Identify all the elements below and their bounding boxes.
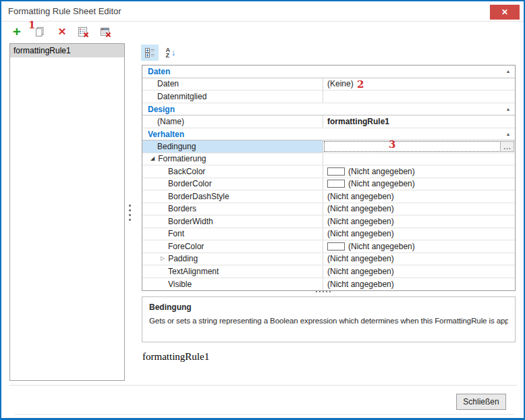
categorized-view-button[interactable] xyxy=(141,45,159,61)
title-bar[interactable]: Formatting Rule Sheet Editor ✕ xyxy=(1,1,524,22)
annotation-3: 3 xyxy=(389,138,395,151)
delete-list-icon xyxy=(78,26,89,38)
plus-icon: + xyxy=(13,25,21,38)
category-label: Verhalten xyxy=(142,128,184,140)
vertical-splitter-handle[interactable] xyxy=(129,205,131,221)
property-value[interactable] xyxy=(323,90,515,103)
description-panel: Bedingung Gets or sets a string represen… xyxy=(142,296,516,342)
property-row-font[interactable]: Font (Nicht angegeben) xyxy=(142,228,515,241)
collapse-icon[interactable]: ▴ xyxy=(507,65,509,78)
category-label: Design xyxy=(142,103,175,115)
property-label: ForeColor xyxy=(168,240,204,253)
property-value[interactable]: (Nicht angegeben) xyxy=(323,240,515,253)
expanded-icon[interactable]: ◢ xyxy=(150,153,155,165)
property-label: Borders xyxy=(168,203,196,215)
formatting-rule-sheet-editor-dialog: Formatting Rule Sheet Editor ✕ + ✕ xyxy=(0,0,525,420)
property-label: Daten xyxy=(157,78,179,90)
description-title: Bedingung xyxy=(149,303,508,312)
delete-table-icon xyxy=(100,26,111,38)
property-value[interactable]: formattingRule1 xyxy=(323,115,515,128)
color-swatch xyxy=(327,167,345,176)
property-label: TextAlignment xyxy=(168,265,219,278)
property-row-borderdashstyle[interactable]: BorderDashStyle (Nicht angegeben) xyxy=(142,190,515,203)
ellipsis-button[interactable]: … xyxy=(500,141,514,152)
property-value[interactable]: (Nicht angegeben) xyxy=(323,190,515,203)
property-row-bordercolor[interactable]: BorderColor (Nicht angegeben) xyxy=(142,178,515,191)
footer-separator xyxy=(9,385,517,386)
property-grid: Daten ▴ Daten (Keine) Datenmitglied Desi… xyxy=(142,65,516,291)
description-text: Gets or sets a string representing a Boo… xyxy=(149,317,508,325)
category-row-daten[interactable]: Daten ▴ xyxy=(142,65,515,78)
close-icon: ✕ xyxy=(501,7,508,17)
rule-preview-text: formattingRule1 xyxy=(142,351,209,363)
property-label: BorderDashStyle xyxy=(168,190,229,203)
annotation-1: 1 xyxy=(28,19,35,31)
delete-x-icon: ✕ xyxy=(58,26,67,38)
delete-rule-button[interactable]: ✕ xyxy=(55,24,70,39)
collapse-icon[interactable]: ▴ xyxy=(507,103,509,115)
property-label: Font xyxy=(168,228,184,240)
close-button[interactable]: ✕ xyxy=(490,5,520,20)
horizontal-splitter-handle[interactable] xyxy=(316,291,331,292)
property-label: Visible xyxy=(168,278,192,290)
property-label: BorderWidth xyxy=(168,215,213,228)
property-label: BackColor xyxy=(168,165,205,178)
property-row-forecolor[interactable]: ForeColor (Nicht angegeben) xyxy=(142,240,515,253)
az-icon: A Z xyxy=(166,47,171,58)
bedingung-editor[interactable] xyxy=(324,141,514,152)
property-value[interactable] xyxy=(323,153,515,165)
property-value[interactable]: (Nicht angegeben) xyxy=(323,228,515,240)
window-title: Formatting Rule Sheet Editor xyxy=(8,6,121,16)
alphabetical-view-button[interactable]: A Z ↓ xyxy=(162,45,179,61)
category-label: Daten xyxy=(142,65,170,78)
property-row-textalignment[interactable]: TextAlignment (Nicht angegeben) xyxy=(142,265,515,278)
categorized-icon xyxy=(144,47,155,58)
rule-list-item-selected[interactable]: formattingRule1 xyxy=(10,44,124,57)
inner-bottom-border xyxy=(15,414,514,415)
property-label: Datenmitglied xyxy=(157,90,206,103)
property-row-padding[interactable]: ▷ Padding (Nicht angegeben) xyxy=(142,253,515,266)
copy-icon xyxy=(34,26,45,37)
property-label: BorderColor xyxy=(168,178,212,190)
property-row-datenmitglied[interactable]: Datenmitglied xyxy=(142,90,515,103)
delete-rule-sheet-button[interactable] xyxy=(76,24,90,39)
collapse-icon[interactable]: ▴ xyxy=(507,128,509,140)
property-row-visible[interactable]: Visible (Nicht angegeben) xyxy=(142,278,515,291)
delete-all-rule-sheets-button[interactable] xyxy=(98,24,113,39)
property-row-borderwidth[interactable]: BorderWidth (Nicht angegeben) xyxy=(142,215,515,228)
property-value[interactable]: (Nicht angegeben) xyxy=(323,178,515,190)
rule-toolbar: + ✕ xyxy=(1,22,524,41)
color-swatch xyxy=(327,242,345,251)
property-label: Bedingung xyxy=(157,140,196,153)
annotation-2: 2 xyxy=(357,78,364,90)
property-row-borders[interactable]: Borders (Nicht angegeben) xyxy=(142,203,515,216)
property-value[interactable]: (Nicht angegeben) xyxy=(323,165,515,178)
property-value[interactable]: (Keine) xyxy=(323,78,515,90)
property-value[interactable]: (Nicht angegeben) xyxy=(323,253,515,265)
rule-list[interactable]: formattingRule1 xyxy=(9,43,125,381)
property-label: Padding xyxy=(168,253,198,265)
property-value[interactable]: (Nicht angegeben) xyxy=(323,278,515,291)
property-value[interactable]: (Nicht angegeben) xyxy=(323,203,515,215)
property-row-bedingung[interactable]: Bedingung … xyxy=(142,140,515,153)
category-row-design[interactable]: Design ▴ xyxy=(142,103,515,116)
color-swatch xyxy=(327,180,345,188)
property-label: Formatierung xyxy=(158,153,206,165)
category-row-verhalten[interactable]: Verhalten ▴ xyxy=(142,128,515,141)
property-row-daten[interactable]: Daten (Keine) xyxy=(142,78,515,91)
property-label: (Name) xyxy=(157,115,184,128)
property-value[interactable]: (Nicht angegeben) xyxy=(323,215,515,228)
property-row-backcolor[interactable]: BackColor (Nicht angegeben) xyxy=(142,165,515,178)
add-rule-button[interactable]: + xyxy=(9,24,24,39)
schliessen-button[interactable]: Schließen xyxy=(456,394,506,410)
property-value[interactable]: (Nicht angegeben) xyxy=(323,265,515,278)
sort-arrow-icon: ↓ xyxy=(171,47,176,59)
property-row-name[interactable]: (Name) formattingRule1 xyxy=(142,115,515,128)
property-row-formatierung[interactable]: ◢ Formatierung xyxy=(142,153,515,166)
collapsed-icon[interactable]: ▷ xyxy=(161,253,165,265)
